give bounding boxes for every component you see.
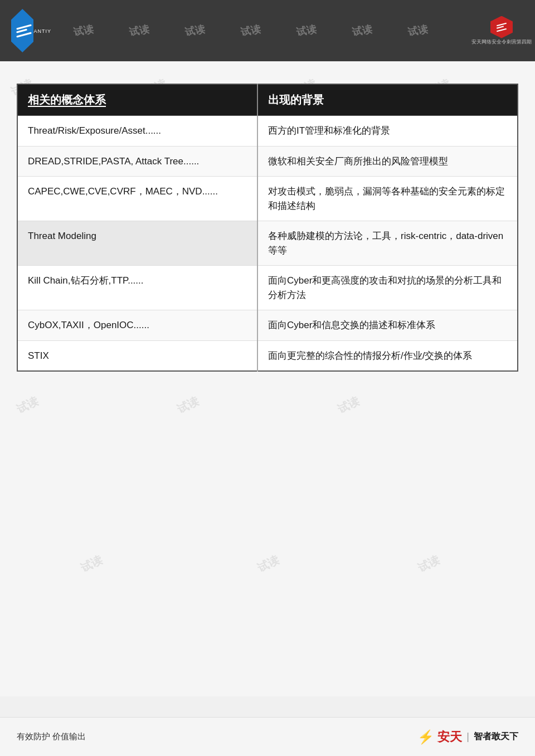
main-content: 试读 试读 试读 试读 试读 试读 试读 试读 试读 试读 试读 试读 试读 相… — [0, 61, 535, 696]
lightning-icon: ⚡ — [417, 729, 434, 745]
header-wm-3: 试读 — [184, 22, 206, 39]
header-right-logo: 安天网络安全令刺营第四期 — [479, 16, 524, 46]
main-wm-9: 试读 — [174, 394, 201, 417]
footer: 有效防护 价值输出 ⚡ 安天 | 智者敢天下 — [0, 717, 535, 756]
header-wm-6: 试读 — [351, 22, 373, 39]
header-wm-7: 试读 — [407, 22, 429, 39]
table-row: Threat/Risk/Exposure/Asset......西方的IT管理和… — [17, 116, 518, 147]
table-row: Threat Modeling各种威胁建模的方法论，工具，risk-centri… — [17, 221, 518, 266]
header-watermarks: 试读 试读 试读 试读 试读 试读 试读 — [56, 0, 446, 61]
footer-slogan: 智者敢天下 — [474, 731, 518, 743]
table-row: CAPEC,CWE,CVE,CVRF，MAEC，NVD......对攻击模式，脆… — [17, 177, 518, 221]
header-wm-2: 试读 — [128, 22, 150, 39]
main-wm-8: 试读 — [14, 394, 41, 417]
main-table: 相关的概念体系 出现的背景 Threat/Risk/Exposure/Asset… — [17, 84, 518, 372]
table-row: STIX面向更完整的综合性的情报分析/作业/交换的体系 — [17, 340, 518, 371]
table-cell-col2: 面向更完整的综合性的情报分析/作业/交换的体系 — [257, 340, 518, 371]
table-cell-col1: STIX — [17, 340, 257, 371]
table-cell-col1: DREAD,STRIDE,PASTA, Attack Tree...... — [17, 146, 257, 177]
table-cell-col1: CAPEC,CWE,CVE,CVRF，MAEC，NVD...... — [17, 177, 257, 221]
table-cell-col2: 微软和相关安全厂商所推出的风险管理模型 — [257, 146, 518, 177]
table-row: DREAD,STRIDE,PASTA, Attack Tree......微软和… — [17, 146, 518, 177]
header-logo: ANTIY — [11, 8, 56, 53]
table-cell-col1: CybOX,TAXII，OpenIOC...... — [17, 310, 257, 341]
header-right: 安天网络安全令刺营第四期 — [479, 16, 524, 46]
table-cell-col1: Threat/Risk/Exposure/Asset...... — [17, 116, 257, 147]
table-body: Threat/Risk/Exposure/Asset......西方的IT管理和… — [17, 116, 518, 372]
header: ANTIY 试读 试读 试读 试读 试读 试读 试读 — [0, 0, 535, 61]
antiy-label: ANTIY — [33, 28, 51, 34]
footer-tagline: 有效防护 价值输出 — [17, 731, 86, 742]
header-subtitle: 安天网络安全令刺营第四期 — [471, 38, 532, 46]
header-wm-4: 试读 — [240, 22, 262, 39]
table-cell-col2: 西方的IT管理和标准化的背景 — [257, 116, 518, 147]
header-wm-5: 试读 — [295, 22, 318, 39]
table-cell-col2: 面向Cyber和更高强度的攻击和对抗的场景的分析工具和分析方法 — [257, 266, 518, 310]
table-cell-col2: 各种威胁建模的方法论，工具，risk-centric，data-driven等等 — [257, 221, 518, 266]
table-header-row: 相关的概念体系 出现的背景 — [17, 84, 518, 116]
main-wm-12: 试读 — [255, 553, 281, 575]
table-row: CybOX,TAXII，OpenIOC......面向Cyber和信息交换的描述… — [17, 310, 518, 341]
table-wrapper: 相关的概念体系 出现的背景 Threat/Risk/Exposure/Asset… — [17, 84, 518, 372]
header-wm-1: 试读 — [72, 22, 95, 39]
table-cell-col2: 面向Cyber和信息交换的描述和标准体系 — [257, 310, 518, 341]
table-row: Kill Chain,钻石分析,TTP......面向Cyber和更高强度的攻击… — [17, 266, 518, 310]
main-wm-10: 试读 — [335, 394, 362, 417]
table-header-col1: 相关的概念体系 — [17, 84, 257, 116]
table-cell-col1: Kill Chain,钻石分析,TTP...... — [17, 266, 257, 310]
main-wm-13: 试读 — [415, 553, 442, 575]
table-cell-col2: 对攻击模式，脆弱点，漏洞等各种基础的安全元素的标定和描述结构 — [257, 177, 518, 221]
table-header-col2: 出现的背景 — [257, 84, 518, 116]
table-cell-col1: Threat Modeling — [17, 221, 257, 266]
footer-right: ⚡ 安天 | 智者敢天下 — [417, 729, 518, 745]
footer-antiy-name: 安天 — [437, 729, 462, 745]
main-wm-11: 试读 — [78, 553, 105, 575]
